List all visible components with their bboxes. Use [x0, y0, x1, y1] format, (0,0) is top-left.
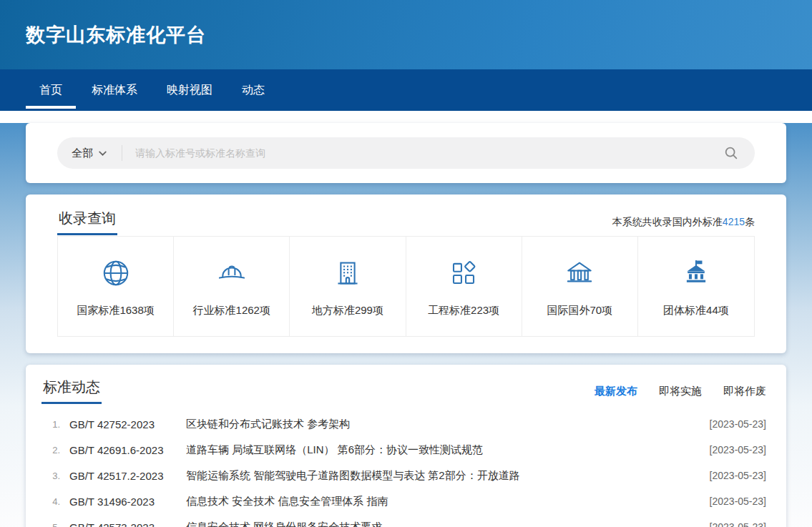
catalog-category-label: 国家标准1638项 — [77, 304, 154, 317]
news-tab[interactable]: 最新发布 — [595, 385, 637, 398]
catalog-category[interactable]: 行业标准1262项 — [174, 237, 290, 336]
nav-tab[interactable]: 映射视图 — [153, 69, 226, 111]
news-row-name: 信息技术 安全技术 信息安全管理体系 指南 — [186, 495, 710, 508]
globe-icon — [101, 258, 131, 288]
catalog-category-label: 工程标准223项 — [428, 304, 499, 317]
news-tab[interactable]: 即将作废 — [723, 385, 766, 398]
search-input[interactable] — [135, 147, 723, 159]
search-bar: 全部 — [57, 137, 755, 169]
nav-tab-label: 映射视图 — [167, 83, 212, 98]
catalog-summary-count: 4215 — [723, 216, 745, 227]
bank-outline-icon — [564, 258, 595, 288]
catalog-category[interactable]: 地方标准299项 — [290, 237, 406, 336]
catalog-grid: 国家标准1638项 行业标准1262项 地方标准299项 — [57, 236, 755, 337]
bank-filled-icon — [681, 258, 711, 288]
news-row-name: 区块链和分布式记账技术 参考架构 — [186, 418, 710, 431]
catalog-summary-suffix: 条 — [745, 216, 755, 227]
catalog-category[interactable]: 国家标准1638项 — [58, 237, 174, 336]
nav-tab[interactable]: 动态 — [228, 69, 278, 111]
chevron-down-icon — [98, 149, 107, 158]
news-row-code: GB/T 42573-2023 — [69, 521, 186, 527]
news-tab[interactable]: 即将实施 — [659, 385, 702, 398]
news-tabs: 最新发布 即将实施 即将作废 — [595, 385, 766, 404]
search-divider — [122, 145, 122, 161]
page-background: 全部 收录查询 本系统共收录国内外标准4215条 — [0, 123, 812, 527]
news-row[interactable]: 1. GB/T 42752-2023 区块链和分布式记账技术 参考架构 [202… — [41, 411, 766, 437]
news-row-date: [2023-05-23] — [710, 418, 766, 430]
search-icon[interactable] — [723, 145, 739, 161]
news-row-date: [2023-05-23] — [710, 496, 766, 507]
news-row-code: GB/T 42517.2-2023 — [69, 470, 186, 482]
nav-tab[interactable]: 标准体系 — [78, 69, 151, 111]
catalog-card: 收录查询 本系统共收录国内外标准4215条 国家标准1638项 行业标准1262… — [26, 194, 786, 353]
blocks-icon — [449, 258, 479, 288]
page-title: 数字山东标准化平台 — [26, 22, 206, 48]
news-row-name: 智能运输系统 智能驾驶电子道路图数据模型与表达 第2部分：开放道路 — [186, 469, 710, 483]
catalog-category-label: 国际国外70项 — [547, 304, 612, 317]
news-row-code: GB/T 42691.6-2023 — [69, 444, 186, 456]
catalog-summary-prefix: 本系统共收录国内外标准 — [612, 216, 723, 227]
news-row-name: 信息安全技术 网络身份服务安全技术要求 — [186, 521, 710, 527]
app-banner: 数字山东标准化平台 — [0, 0, 812, 69]
nav-tab-label: 首页 — [39, 83, 62, 98]
catalog-category[interactable]: 工程标准223项 — [406, 237, 522, 336]
news-card: 标准动态 最新发布 即将实施 即将作废 1. GB/T 42752-2023 区… — [26, 365, 786, 527]
main-nav: 首页 标准体系 映射视图 动态 — [0, 69, 812, 111]
nav-tab[interactable]: 首页 — [26, 69, 76, 111]
search-card: 全部 — [26, 123, 786, 183]
news-row-index: 2. — [41, 445, 60, 455]
news-row[interactable]: 5. GB/T 42573-2023 信息安全技术 网络身份服务安全技术要求 [… — [41, 514, 766, 527]
news-row-index: 3. — [41, 471, 60, 481]
nav-tab-label: 动态 — [242, 83, 265, 98]
nav-tab-label: 标准体系 — [92, 83, 137, 98]
news-row-index: 1. — [41, 419, 60, 430]
news-row-name: 道路车辆 局域互联网络（LIN） 第6部分：协议一致性测试规范 — [186, 443, 710, 457]
news-row[interactable]: 2. GB/T 42691.6-2023 道路车辆 局域互联网络（LIN） 第6… — [41, 437, 766, 463]
catalog-category-label: 地方标准299项 — [312, 304, 383, 317]
catalog-category[interactable]: 团体标准44项 — [638, 237, 754, 336]
catalog-title: 收录查询 — [57, 209, 117, 235]
catalog-summary: 本系统共收录国内外标准4215条 — [612, 216, 755, 235]
hardhat-icon — [217, 258, 247, 288]
news-row-date: [2023-05-23] — [710, 521, 766, 527]
news-row-code: GB/T 31496-2023 — [69, 496, 186, 508]
news-row[interactable]: 3. GB/T 42517.2-2023 智能运输系统 智能驾驶电子道路图数据模… — [41, 463, 766, 488]
news-list: 1. GB/T 42752-2023 区块链和分布式记账技术 参考架构 [202… — [41, 411, 766, 527]
news-row-index: 4. — [41, 496, 60, 507]
news-row-date: [2023-05-23] — [710, 470, 766, 481]
scope-dropdown[interactable]: 全部 — [69, 147, 110, 160]
news-row-index: 5. — [41, 522, 60, 527]
news-row[interactable]: 4. GB/T 31496-2023 信息技术 安全技术 信息安全管理体系 指南… — [41, 488, 766, 514]
building-icon — [333, 258, 363, 288]
news-title: 标准动态 — [41, 378, 102, 404]
news-row-code: GB/T 42752-2023 — [69, 418, 186, 430]
catalog-category-label: 行业标准1262项 — [193, 304, 270, 317]
catalog-category-label: 团体标准44项 — [663, 304, 729, 317]
news-row-date: [2023-05-23] — [710, 444, 766, 455]
catalog-category[interactable]: 国际国外70项 — [522, 237, 638, 336]
scope-dropdown-label: 全部 — [72, 147, 93, 160]
